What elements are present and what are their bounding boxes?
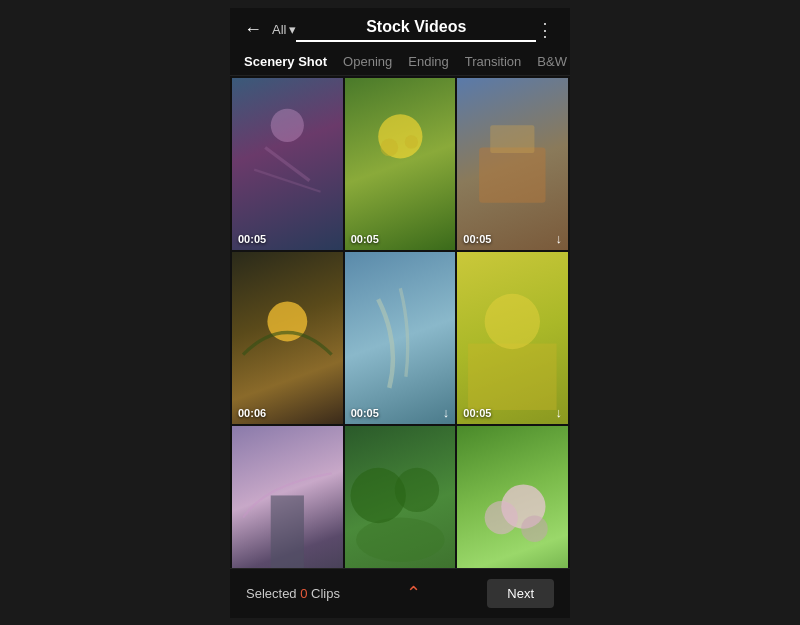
video-thumbnail [345, 252, 456, 424]
video-duration: 00:05 [351, 233, 379, 245]
video-tile[interactable]: 00:05 ↓ [232, 426, 343, 568]
svg-point-0 [271, 108, 304, 141]
video-thumbnail [232, 426, 343, 568]
selected-clips-text: Selected 0 Clips [246, 586, 340, 601]
bottom-bar: Selected 0 Clips ⌃ Next [230, 568, 570, 618]
svg-rect-9 [468, 343, 557, 409]
video-duration: 00:05 [463, 233, 491, 245]
video-tile[interactable]: 00:05 ↓ [345, 426, 456, 568]
tab-transition[interactable]: Transition [465, 48, 522, 75]
video-grid-scroll[interactable]: 00:05 00:05 [230, 76, 570, 568]
download-icon[interactable]: ↓ [443, 405, 450, 420]
video-duration: 00:05 [351, 407, 379, 419]
tab-ending[interactable]: Ending [408, 48, 448, 75]
video-thumbnail [457, 78, 568, 250]
download-icon[interactable]: ↓ [555, 405, 562, 420]
video-grid: 00:05 00:05 [232, 78, 568, 568]
video-thumbnail [232, 252, 343, 424]
svg-rect-7 [491, 125, 535, 153]
video-tile[interactable]: 00:05 ↓ [457, 252, 568, 424]
back-button[interactable]: ← [244, 19, 262, 40]
video-tile[interactable]: 00:05 ↓ [345, 252, 456, 424]
video-tile[interactable]: 00:06 [232, 252, 343, 424]
svg-line-2 [254, 169, 320, 191]
video-thumbnail [457, 426, 568, 568]
filter-dropdown[interactable]: All ▾ [272, 22, 296, 37]
tab-bw[interactable]: B&W [537, 48, 567, 75]
header: ← All ▾ Stock Videos ⋮ [230, 8, 570, 48]
video-duration: 00:06 [238, 407, 266, 419]
video-tile[interactable]: 00:05 [232, 78, 343, 250]
next-button[interactable]: Next [487, 579, 554, 608]
chevron-up-icon[interactable]: ⌃ [406, 582, 421, 604]
download-icon[interactable]: ↓ [555, 231, 562, 246]
video-thumbnail [345, 78, 456, 250]
svg-point-4 [380, 138, 398, 156]
tab-opening[interactable]: Opening [343, 48, 392, 75]
video-tile[interactable]: 00:05 [345, 78, 456, 250]
svg-point-17 [522, 515, 549, 542]
more-options-button[interactable]: ⋮ [536, 19, 556, 41]
svg-rect-6 [479, 147, 545, 202]
video-duration: 00:05 [238, 233, 266, 245]
svg-point-14 [394, 468, 438, 512]
video-tile[interactable]: 00:05 ↓ [457, 78, 568, 250]
video-duration: 00:05 [463, 407, 491, 419]
video-thumbnail [345, 426, 456, 568]
page-title: Stock Videos [296, 18, 536, 42]
tab-scenery-shot[interactable]: Scenery Shot [244, 48, 327, 75]
svg-point-16 [485, 501, 518, 534]
filter-label: All [272, 22, 286, 37]
header-left: ← All ▾ [244, 19, 296, 40]
svg-point-12 [356, 517, 445, 561]
video-tile[interactable]: 00:05 ↓ [457, 426, 568, 568]
filter-chevron-icon: ▾ [289, 22, 296, 37]
selected-count: 0 [300, 586, 307, 601]
phone-container: ← All ▾ Stock Videos ⋮ Scenery Shot Open… [230, 8, 570, 618]
svg-point-10 [485, 293, 540, 348]
selected-label: Selected [246, 586, 297, 601]
svg-point-5 [404, 135, 417, 148]
svg-rect-11 [271, 495, 304, 567]
video-thumbnail [457, 252, 568, 424]
clips-unit: Clips [311, 586, 340, 601]
video-thumbnail [232, 78, 343, 250]
tabs-bar: Scenery Shot Opening Ending Transition B… [230, 48, 570, 76]
